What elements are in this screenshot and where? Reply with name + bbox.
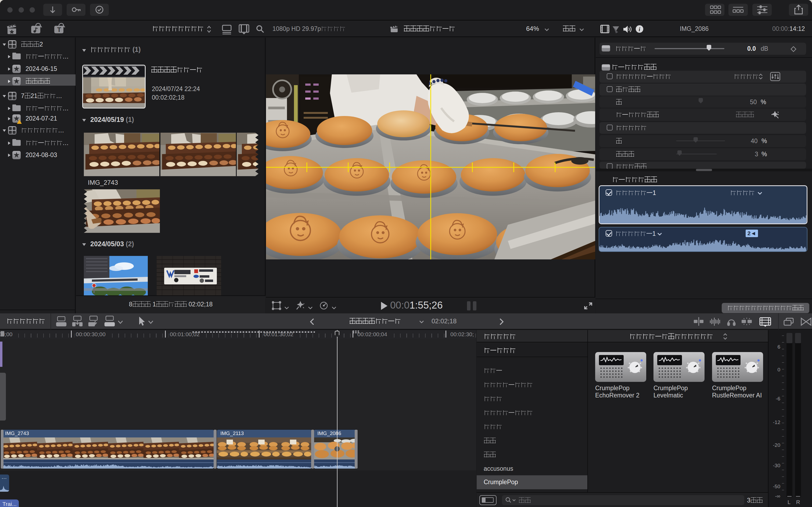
svg-text:i: i: [639, 26, 640, 33]
svg-text:T: T: [57, 26, 61, 33]
